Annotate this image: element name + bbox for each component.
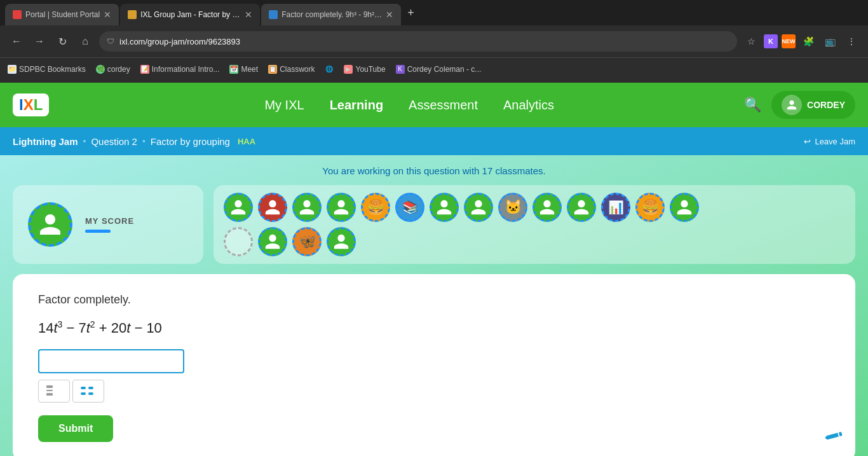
- classmate-icon-16: [264, 233, 281, 251]
- breadcrumb-dot-1: •: [83, 136, 86, 146]
- bookmark-globe[interactable]: 🌐: [325, 65, 334, 74]
- svg-rect-6: [88, 392, 93, 395]
- address-bar[interactable]: 🛡 ixl.com/group-jam/room/9623893: [99, 31, 737, 52]
- classmates-row-2: 🦋: [224, 227, 845, 256]
- tab-factor[interactable]: Factor completely. 9h³ - 9h² - 5... ✕: [261, 4, 401, 25]
- bookmark-label-youtube: YouTube: [355, 65, 385, 74]
- tab-ixl-jam[interactable]: IXL Group Jam - Factor by grou... ✕: [120, 4, 260, 25]
- bookmark-label-cordey: cordey: [107, 65, 130, 74]
- jam-skill-name: Factor by grouping: [151, 136, 230, 147]
- user-icon: [786, 99, 797, 111]
- user-menu-button[interactable]: CORDEY: [771, 91, 855, 119]
- tab-title-2: IXL Group Jam - Factor by grou...: [140, 10, 241, 19]
- math-tools: [38, 380, 830, 403]
- bookmark-classwork[interactable]: 📋 Classwork: [268, 65, 315, 74]
- bookmark-label-meet: Meet: [241, 65, 258, 74]
- tab-title-3: Factor completely. 9h³ - 9h² - 5...: [281, 10, 382, 19]
- bookmark-star-button[interactable]: ☆: [742, 32, 760, 50]
- leave-jam-button[interactable]: ↩ Leave Jam: [804, 137, 855, 146]
- classmate-avatar-6: 📚: [395, 193, 424, 222]
- classmate-icon-2: [264, 198, 281, 216]
- tab-portal[interactable]: Portal | Student Portal ✕: [5, 4, 119, 25]
- score-row: MY SCORE: [13, 185, 855, 264]
- my-avatar: [28, 202, 72, 247]
- bookmark-youtube[interactable]: ▶ YouTube: [344, 65, 385, 74]
- bookmark-label-informational: Informational Intro...: [152, 65, 220, 74]
- classmate-emoji-12: 📊: [608, 200, 624, 215]
- classmate-icon-14: [675, 198, 693, 216]
- extension-new[interactable]: NEW: [782, 34, 796, 48]
- extension-k[interactable]: K: [764, 34, 778, 48]
- classmate-avatar-16: [258, 227, 287, 256]
- breadcrumb-dot-2: •: [142, 136, 146, 146]
- classmate-avatar-10: [532, 193, 562, 222]
- classmate-avatar-14: [670, 193, 699, 222]
- classmate-icon-11: [573, 198, 590, 216]
- avatar: [782, 95, 802, 115]
- classmate-icon-18: [332, 233, 350, 251]
- my-avatar-icon: [37, 212, 63, 237]
- my-score-label: MY SCORE: [85, 216, 134, 226]
- classmate-emoji-5: 🍔: [367, 199, 384, 216]
- search-button[interactable]: 🔍: [744, 97, 761, 113]
- jam-bar: Lightning Jam • Question 2 • Factor by g…: [0, 127, 868, 155]
- cast-button[interactable]: 📺: [821, 32, 839, 50]
- nav-assessment[interactable]: Assessment: [409, 98, 478, 113]
- classmate-avatar-8: [464, 193, 493, 222]
- home-button[interactable]: ⌂: [76, 32, 94, 50]
- bookmarks-bar: 📁 SDPBC Bookmarks 🌿 cordey 📝 Information…: [0, 57, 868, 80]
- my-score-info: MY SCORE: [85, 216, 134, 233]
- classmate-emoji-9: 🐱: [505, 199, 522, 216]
- ixl-logo[interactable]: IXL: [13, 93, 49, 116]
- nav-learning[interactable]: Learning: [330, 98, 383, 113]
- classmate-avatar-18: [327, 227, 356, 256]
- classmate-avatar-1: [224, 193, 253, 222]
- bookmark-sdpbc[interactable]: 📁 SDPBC Bookmarks: [8, 65, 86, 74]
- reload-button[interactable]: ↻: [53, 32, 71, 50]
- math-tool-fractions[interactable]: [38, 380, 70, 403]
- extensions-button[interactable]: 🧩: [799, 32, 817, 50]
- tab-close-3[interactable]: ✕: [386, 10, 393, 20]
- jam-breadcrumb: Lightning Jam • Question 2 • Factor by g…: [13, 136, 804, 147]
- nav-my-ixl[interactable]: My IXL: [264, 98, 304, 113]
- back-button[interactable]: ←: [8, 32, 25, 50]
- classmate-emoji-17: 🦋: [299, 233, 316, 250]
- svg-rect-2: [46, 393, 53, 396]
- classmate-avatar-17: 🦋: [292, 227, 322, 256]
- math-tool-symbols[interactable]: [72, 380, 104, 403]
- my-score-box: MY SCORE: [13, 185, 203, 264]
- my-score-value: [85, 230, 111, 233]
- new-tab-button[interactable]: +: [402, 6, 419, 20]
- bookmark-informational[interactable]: 📝 Informational Intro...: [140, 65, 220, 74]
- menu-button[interactable]: ⋮: [843, 32, 860, 50]
- nav-analytics[interactable]: Analytics: [503, 98, 554, 113]
- classmate-avatar-3: [292, 193, 322, 222]
- classmate-icon-7: [435, 198, 453, 216]
- classmate-avatar-15: [224, 227, 253, 256]
- bookmark-cordey[interactable]: 🌿 cordey: [96, 65, 130, 74]
- answer-input[interactable]: [38, 349, 184, 373]
- classmates-notice: You are working on this question with 17…: [13, 165, 855, 176]
- bookmark-label-cordey-coleman: Cordey Coleman - c...: [407, 65, 482, 74]
- security-icon: 🛡: [107, 37, 114, 46]
- classmates-box: 🍔 📚 🐱: [214, 185, 855, 264]
- forward-button[interactable]: →: [31, 32, 48, 50]
- browser-toolbar: ← → ↻ ⌂ 🛡 ixl.com/group-jam/room/9623893…: [0, 25, 868, 57]
- user-name: CORDEY: [807, 100, 845, 110]
- bookmark-cordey-coleman[interactable]: K Cordey Coleman - c...: [396, 65, 482, 74]
- tab-favicon-2: [128, 10, 137, 19]
- tab-close-2[interactable]: ✕: [245, 10, 252, 20]
- jam-question: Question 2: [91, 136, 137, 147]
- tab-close-1[interactable]: ✕: [104, 10, 111, 20]
- tab-favicon-3: [269, 10, 278, 19]
- classmate-avatar-12: 📊: [601, 193, 630, 222]
- classmate-icon-10: [538, 198, 556, 216]
- classmate-icon-3: [298, 198, 316, 216]
- ixl-app: IXL My IXL Learning Assessment Analytics…: [0, 83, 868, 456]
- bookmark-meet[interactable]: 📅 Meet: [229, 65, 258, 74]
- classmate-icon-4: [332, 198, 350, 216]
- bookmark-label-classwork: Classwork: [280, 65, 315, 74]
- classmate-avatar-11: [567, 193, 596, 222]
- tab-bar: Portal | Student Portal ✕ IXL Group Jam …: [0, 0, 868, 25]
- submit-button[interactable]: Submit: [38, 415, 113, 442]
